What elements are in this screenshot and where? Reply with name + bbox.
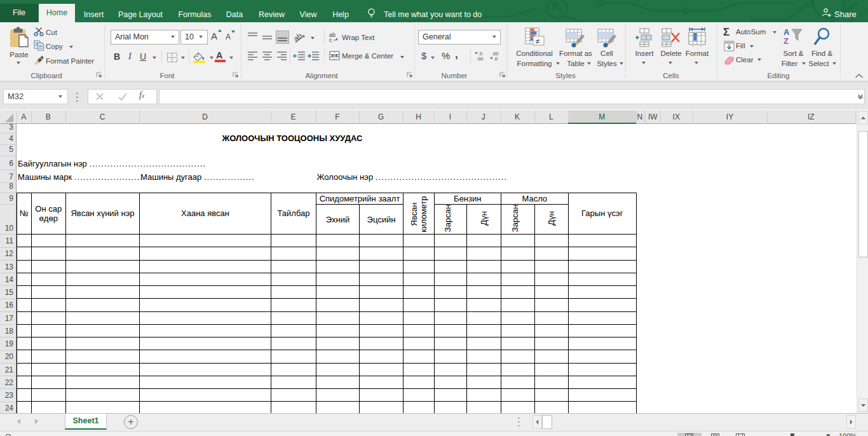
svg-text:.0: .0	[494, 56, 498, 61]
svg-text:Z: Z	[783, 36, 789, 46]
svg-text:.00: .00	[477, 56, 483, 61]
svg-text:A: A	[783, 27, 790, 37]
svg-text:c: c	[329, 37, 332, 43]
svg-text:≠: ≠	[536, 37, 540, 46]
